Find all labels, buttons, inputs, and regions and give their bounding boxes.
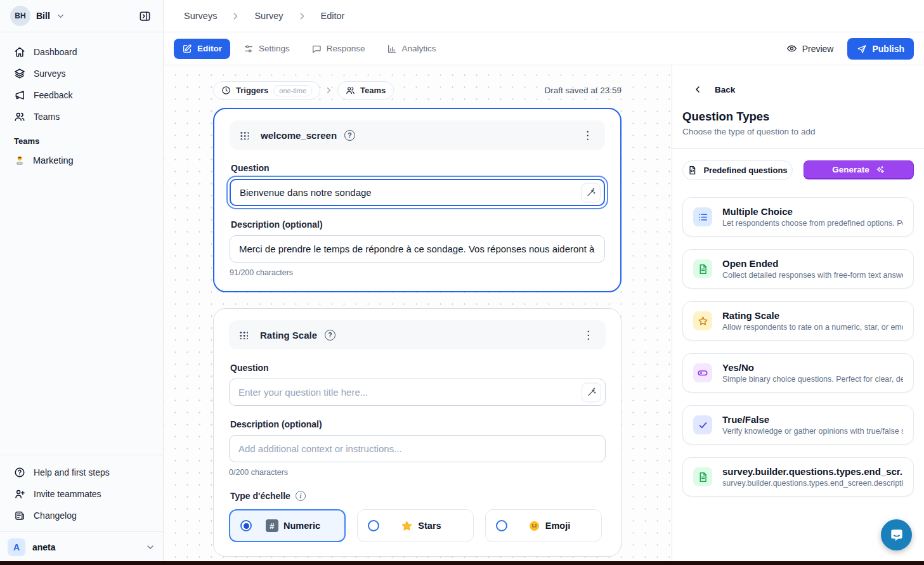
type-title: Multiple Choice — [722, 206, 903, 217]
user-plus-icon — [14, 488, 25, 500]
org-switcher[interactable]: A aneta — [0, 531, 163, 565]
teams-label: Teams — [360, 86, 386, 95]
chat-launcher-button[interactable] — [881, 519, 912, 550]
sparkles-icon — [875, 165, 885, 175]
type-card-yes-no[interactable]: Yes/No Simple binary choice questions. P… — [682, 353, 914, 393]
teams-section-header: Teams — [0, 127, 163, 150]
type-title: survey.builder.questions.types.end_scr..… — [722, 466, 903, 477]
hash-keycap-icon: # — [266, 519, 278, 532]
org-name: aneta — [32, 542, 56, 552]
back-button[interactable]: Back — [682, 84, 914, 94]
sidebar-item-label: Surveys — [34, 68, 66, 79]
drag-handle-icon[interactable] — [239, 131, 249, 140]
breadcrumb-surveys[interactable]: Surveys — [184, 11, 217, 21]
drag-handle-icon[interactable] — [238, 330, 248, 339]
survey-editor-app: BH Bill Dashboard Surveys Feedback — [0, 0, 924, 565]
publish-button[interactable]: Publish — [847, 38, 914, 60]
scale-option-label: Emoji — [545, 521, 570, 531]
magic-wand-icon[interactable] — [582, 382, 601, 402]
sidebar-item-help[interactable]: Help and first steps — [6, 462, 157, 483]
star-emoji-icon — [401, 520, 413, 532]
editor-toolbar: Editor Settings Response Analytics Previ… — [164, 32, 924, 65]
teams-pill[interactable]: Teams — [337, 81, 394, 100]
description-label: Description (optional) — [231, 219, 605, 230]
sidebar-item-marketing[interactable]: Marketing — [0, 150, 163, 171]
tab-editor[interactable]: Editor — [174, 39, 230, 59]
breadcrumb-editor[interactable]: Editor — [321, 11, 345, 21]
type-card-end-screen[interactable]: survey.builder.questions.types.end_scr..… — [682, 457, 914, 497]
breadcrumb: Surveys Survey Editor — [164, 0, 924, 32]
question-input[interactable] — [230, 179, 605, 206]
scale-type-label: Type d'échelle — [230, 491, 290, 501]
panel-collapse-icon[interactable] — [135, 6, 154, 25]
user-name[interactable]: Bill — [36, 11, 50, 21]
draft-status: Draft saved at 23:59 — [544, 86, 621, 95]
radio-icon — [496, 520, 507, 531]
more-vertical-icon[interactable]: ⋮ — [580, 327, 596, 343]
sidebar-item-teams[interactable]: Teams — [6, 106, 157, 127]
trigger-type-badge: one-time — [273, 85, 312, 96]
publish-label: Publish — [872, 44, 904, 54]
chevron-right-icon — [297, 11, 308, 22]
panel-subtitle: Choose the type of question to add — [682, 127, 914, 136]
sidebar-item-label: Teams — [34, 112, 60, 122]
breadcrumb-survey[interactable]: Survey — [254, 11, 283, 21]
question-input[interactable] — [229, 379, 606, 406]
tab-label: Response — [327, 44, 365, 53]
description-input[interactable] — [230, 235, 605, 263]
canvas-header: Triggers one-time Teams Draft saved at 2… — [213, 81, 621, 100]
help-circle-icon[interactable]: ? — [344, 130, 355, 141]
type-card-true-false[interactable]: True/False Verify knowledge or gather op… — [682, 405, 914, 445]
sidebar-item-invite[interactable]: Invite teammates — [6, 483, 157, 505]
type-card-rating-scale[interactable]: Rating Scale Allow respondents to rate o… — [682, 301, 914, 341]
sidebar-item-dashboard[interactable]: Dashboard — [6, 41, 157, 63]
sidebar-item-label: Invite teammates — [34, 489, 101, 499]
type-title: Open Ended — [722, 258, 903, 269]
type-card-open-ended[interactable]: Open Ended Collect detailed responses wi… — [682, 249, 914, 289]
type-description: Simple binary choice questions. Perfect … — [722, 375, 903, 384]
radio-selected-icon — [240, 520, 252, 531]
help-circle-icon[interactable]: ? — [325, 330, 335, 341]
sidebar-item-label: Changelog — [34, 510, 77, 521]
question-type-list: Multiple Choice Let respondents choose f… — [682, 197, 914, 497]
tab-response[interactable]: Response — [303, 39, 374, 59]
char-counter: 91/200 characters — [230, 268, 605, 277]
scale-option-numeric[interactable]: # Numeric — [229, 509, 346, 542]
sidebar-user-row: BH Bill — [0, 0, 163, 32]
divider — [672, 148, 924, 149]
info-icon[interactable]: i — [296, 491, 306, 501]
smiley-emoji-icon — [528, 520, 540, 532]
type-title: Rating Scale — [722, 310, 903, 321]
question-card-welcome: welcome_screen ? ⋮ Question Description … — [213, 108, 621, 292]
chevron-down-icon — [145, 542, 155, 552]
tab-analytics[interactable]: Analytics — [379, 39, 445, 59]
sidebar-item-surveys[interactable]: Surveys — [6, 63, 157, 84]
chevron-left-icon — [693, 84, 703, 94]
magic-wand-icon[interactable] — [581, 183, 601, 202]
home-icon — [14, 46, 25, 58]
screen-bottom-strip — [0, 561, 924, 565]
eye-icon — [786, 43, 797, 54]
scale-option-stars[interactable]: Stars — [357, 509, 474, 542]
scale-option-emoji[interactable]: Emoji — [485, 509, 602, 542]
sidebar-item-changelog[interactable]: Changelog — [6, 505, 157, 526]
tab-label: Editor — [197, 44, 222, 53]
main-area: Surveys Survey Editor Editor Settings Re… — [164, 0, 924, 565]
tab-settings[interactable]: Settings — [235, 39, 298, 59]
radio-icon — [368, 520, 379, 531]
predefined-questions-button[interactable]: Predefined questions — [682, 160, 793, 180]
description-input[interactable] — [229, 435, 606, 462]
generate-button[interactable]: Generate — [804, 160, 914, 179]
type-card-multiple-choice[interactable]: Multiple Choice Let respondents choose f… — [682, 197, 914, 237]
sidebar-item-feedback[interactable]: Feedback — [6, 84, 157, 106]
tab-label: Analytics — [402, 44, 436, 53]
panel-title: Question Types — [682, 110, 914, 124]
triggers-pill[interactable]: Triggers one-time — [213, 81, 320, 100]
megaphone-icon — [14, 89, 25, 101]
chevron-down-icon[interactable] — [56, 11, 65, 21]
star-icon — [693, 311, 712, 330]
sidebar-nav: Dashboard Surveys Feedback Teams — [0, 32, 163, 127]
preview-button[interactable]: Preview — [786, 43, 834, 54]
more-vertical-icon[interactable]: ⋮ — [580, 127, 595, 143]
users-icon — [14, 111, 25, 122]
